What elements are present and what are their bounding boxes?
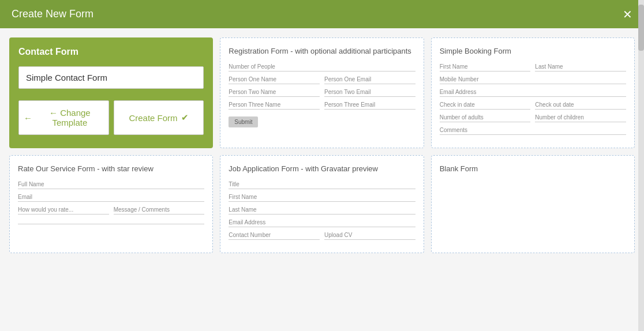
dialog-body: Contact Form ← ← Change Template Create … — [0, 28, 644, 331]
booking-form-card[interactable]: Simple Booking Form First Name Last Name… — [431, 37, 635, 148]
field-row: First Name — [229, 194, 415, 202]
field-item: Contact Number — [229, 232, 320, 240]
field-row: Email — [18, 194, 204, 202]
arrow-left-icon: ← — [24, 113, 32, 123]
field-item: Upload CV — [324, 232, 415, 240]
field-row: How would you rate... Message / Comments — [18, 206, 204, 215]
field-item: How would you rate... — [18, 206, 109, 215]
field-row: Person One Name Person One Email — [229, 76, 415, 84]
field-item: Mobile Number — [440, 76, 626, 84]
field-row: First Name Last Name — [440, 63, 626, 72]
dialog-header: Create New Form ✕ — [0, 0, 644, 28]
field-row: Contact Number Upload CV — [229, 232, 415, 240]
form-name-input[interactable] — [18, 66, 204, 89]
field-item: Number of People — [229, 63, 415, 72]
rate-service-form-card[interactable]: Rate Our Service Form - with star review… — [9, 155, 213, 253]
create-form-button[interactable]: Create Form ✔ — [114, 100, 204, 135]
templates-grid: Contact Form ← ← Change Template Create … — [9, 37, 635, 253]
change-template-label: ← Change Template — [36, 108, 104, 127]
registration-form-title: Registration Form - with optional additi… — [229, 46, 415, 57]
field-item: Email — [18, 194, 204, 202]
scrollbar-track[interactable] — [638, 0, 644, 331]
blank-form-card[interactable]: Blank Form — [431, 155, 635, 253]
registration-form-card[interactable]: Registration Form - with optional additi… — [220, 37, 424, 148]
field-item: Title — [229, 181, 415, 189]
job-application-form-card[interactable]: Job Application Form - with Gravatar pre… — [220, 155, 424, 253]
field-item: Last Name — [535, 63, 626, 72]
field-item: Message / Comments — [114, 206, 205, 215]
field-item: Person One Name — [229, 76, 320, 84]
card-actions: ← ← Change Template Create Form ✔ — [18, 100, 204, 135]
field-item: Person Three Name — [229, 101, 320, 110]
blank-form-title: Blank Form — [440, 164, 626, 174]
field-item: Full Name — [18, 181, 204, 189]
field-item: Person Three Email — [324, 101, 415, 110]
field-row: Check in date Check out date — [440, 101, 626, 110]
field-row: Comments — [440, 127, 626, 135]
field-row: Email Address — [229, 219, 415, 227]
active-contact-form-card: Contact Form ← ← Change Template Create … — [9, 37, 213, 148]
field-item — [18, 223, 204, 224]
field-item: Email Address — [229, 219, 415, 227]
field-row — [18, 223, 204, 224]
scrollbar-thumb[interactable] — [638, 5, 644, 51]
field-item: Person Two Name — [229, 89, 320, 97]
field-item: First Name — [440, 63, 531, 72]
field-row: Number of adults Number of children — [440, 114, 626, 122]
field-item: Number of adults — [440, 114, 531, 122]
field-item: Email Address — [440, 89, 626, 97]
dialog-title: Create New Form — [12, 8, 93, 20]
booking-form-title: Simple Booking Form — [440, 46, 626, 57]
field-row: Mobile Number — [440, 76, 626, 84]
create-form-label: Create Form — [129, 113, 177, 123]
rate-form-title: Rate Our Service Form - with star review — [18, 164, 204, 174]
field-item: Person One Email — [324, 76, 415, 84]
field-item: Number of children — [535, 114, 626, 122]
field-row: Full Name — [18, 181, 204, 189]
field-item: Check in date — [440, 101, 531, 110]
field-item: Person Two Email — [324, 89, 415, 97]
field-row: Person Three Name Person Three Email — [229, 101, 415, 110]
change-template-button[interactable]: ← ← Change Template — [18, 100, 109, 135]
field-row: Email Address — [440, 89, 626, 97]
field-row: Last Name — [229, 206, 415, 215]
field-item: First Name — [229, 194, 415, 202]
create-form-dialog: Create New Form ✕ Contact Form ← ← Chang… — [0, 0, 644, 331]
job-form-title: Job Application Form - with Gravatar pre… — [229, 164, 415, 174]
field-row: Person Two Name Person Two Email — [229, 89, 415, 97]
checkmark-icon: ✔ — [181, 112, 189, 123]
submit-mini-button: Submit — [229, 116, 258, 127]
field-item: Comments — [440, 127, 626, 135]
close-button[interactable]: ✕ — [623, 9, 632, 20]
field-item: Check out date — [535, 101, 626, 110]
field-row: Number of People — [229, 63, 415, 72]
field-item: Last Name — [229, 206, 415, 215]
active-card-title: Contact Form — [18, 47, 204, 57]
field-row: Title — [229, 181, 415, 189]
